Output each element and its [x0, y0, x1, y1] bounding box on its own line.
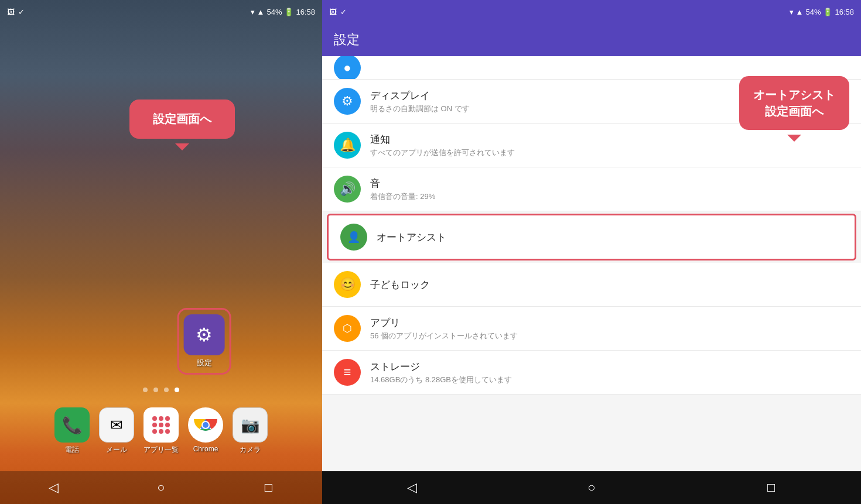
battery-icon: 🔋: [284, 8, 293, 16]
camera-label: カメラ: [240, 445, 261, 455]
time-left: 16:58: [296, 8, 315, 16]
mail-icon[interactable]: ✉: [99, 407, 134, 443]
storage-subtitle: 14.68GBのうち 8.28GBを使用しています: [370, 375, 512, 385]
settings-app-label: 設定: [197, 358, 212, 368]
settings-title: 設定: [334, 31, 360, 49]
child-lock-icon: 😊: [334, 271, 361, 298]
check-icon: ✓: [18, 8, 25, 16]
apps-title: アプリ: [370, 316, 518, 330]
dot-1: [143, 388, 148, 392]
settings-bubble-text: 設定画面へ: [153, 112, 211, 125]
auto-assist-bubble: オートアシスト 設定画面へ: [739, 76, 849, 130]
child-lock-title: 子どもロック: [370, 278, 430, 292]
battery-right: 54%: [805, 8, 821, 16]
settings-app-icon[interactable]: ⚙: [184, 314, 225, 355]
chrome-icon[interactable]: [188, 407, 223, 443]
apps-icon[interactable]: [144, 407, 179, 443]
dock-phone[interactable]: 📞 電話: [54, 407, 90, 455]
image-icon: 🖼: [7, 8, 15, 16]
recents-button-left[interactable]: □: [255, 475, 281, 500]
signal-icon-right: ▲: [796, 8, 804, 16]
left-status-right: ▾ ▲ 54% 🔋 16:58: [251, 8, 315, 16]
phone-label: 電話: [65, 445, 79, 455]
apps-subtitle: 56 個のアプリがインストールされています: [370, 331, 518, 341]
gear-icon: ⚙: [196, 324, 213, 346]
display-text: ディスプレイ 明るさの自動調節は ON です: [370, 89, 470, 114]
bubble-line2: 設定画面へ: [765, 105, 824, 118]
dot-4: [175, 388, 179, 392]
storage-title: ストレージ: [370, 360, 512, 373]
display-subtitle: 明るさの自動調節は ON です: [370, 104, 470, 114]
sound-title: 音: [370, 177, 435, 190]
right-phone: 🖼 ✓ ▾ ▲ 54% 🔋 16:58 設定 オートアシスト 設定画面へ ● ⚙: [322, 0, 861, 504]
auto-assist-title: オートアシスト: [377, 231, 446, 244]
settings-app-highlight[interactable]: ⚙ 設定: [177, 308, 231, 375]
settings-item-notification[interactable]: 🔔 通知 すべてのアプリが送信を許可されています: [322, 124, 861, 167]
dock-camera[interactable]: 📷 カメラ: [233, 407, 268, 455]
dock-mail[interactable]: ✉ メール: [99, 407, 134, 455]
display-title: ディスプレイ: [370, 89, 470, 102]
settings-item-child-lock[interactable]: 😊 子どもロック: [322, 263, 861, 307]
home-button-left[interactable]: ○: [148, 475, 174, 500]
check-icon-right: ✓: [340, 8, 347, 16]
bubble-line1: オートアシスト: [753, 88, 835, 101]
page-dots: [143, 388, 179, 392]
notification-title: 通知: [370, 133, 515, 146]
display-icon: ⚙: [334, 88, 361, 115]
dock-chrome[interactable]: Chrome: [188, 407, 223, 455]
wifi-icon: ▾: [251, 8, 255, 16]
camera-icon[interactable]: 📷: [233, 407, 268, 443]
notification-text: 通知 すべてのアプリが送信を許可されています: [370, 133, 515, 158]
dock: 📞 電話 ✉ メール アプリ一覧: [43, 402, 279, 461]
battery-percent: 54%: [266, 8, 282, 16]
right-status-icons: 🖼 ✓: [329, 8, 347, 16]
auto-assist-icon: 👤: [340, 224, 367, 251]
grid-dots: [152, 416, 170, 434]
back-button-right[interactable]: ◁: [399, 475, 425, 500]
home-button-right[interactable]: ○: [579, 475, 604, 500]
dot-3: [164, 388, 169, 392]
left-status-icons: 🖼 ✓: [7, 8, 25, 16]
settings-header: 設定: [322, 23, 861, 56]
left-phone: 🖼 ✓ ▾ ▲ 54% 🔋 16:58 設定画面へ ⚙ 設定: [0, 0, 322, 504]
left-nav-bar: ◁ ○ □: [0, 471, 322, 504]
recents-button-right[interactable]: □: [758, 475, 784, 500]
child-lock-text: 子どもロック: [370, 278, 430, 292]
chrome-label: Chrome: [193, 445, 218, 453]
left-status-bar: 🖼 ✓ ▾ ▲ 54% 🔋 16:58: [0, 0, 322, 23]
wifi-icon-right: ▾: [790, 8, 794, 16]
time-right: 16:58: [835, 8, 854, 16]
image-icon-right: 🖼: [329, 8, 337, 16]
svg-point-3: [203, 422, 209, 428]
apps-label: アプリ一覧: [144, 445, 179, 455]
right-nav-bar: ◁ ○ □: [322, 471, 861, 504]
partial-icon: ●: [334, 56, 361, 80]
apps-settings-icon: ⬡: [334, 315, 361, 342]
notification-subtitle: すべてのアプリが送信を許可されています: [370, 148, 515, 158]
right-status-bar: 🖼 ✓ ▾ ▲ 54% 🔋 16:58: [322, 0, 861, 23]
auto-assist-text: オートアシスト: [377, 231, 446, 244]
back-button-left[interactable]: ◁: [41, 475, 67, 500]
settings-item-storage[interactable]: ≡ ストレージ 14.68GBのうち 8.28GBを使用しています: [322, 351, 861, 395]
settings-item-apps[interactable]: ⬡ アプリ 56 個のアプリがインストールされています: [322, 307, 861, 351]
home-content: 設定画面へ ⚙ 設定 📞 電話 ✉ メール: [0, 23, 322, 471]
apps-text: アプリ 56 個のアプリがインストールされています: [370, 316, 518, 341]
right-status-right: ▾ ▲ 54% 🔋 16:58: [790, 8, 854, 16]
settings-bubble: 設定画面へ: [129, 100, 235, 139]
settings-item-auto-assist[interactable]: 👤 オートアシスト: [327, 214, 856, 260]
dot-2: [153, 388, 158, 392]
sound-icon: 🔊: [334, 176, 361, 203]
phone-icon[interactable]: 📞: [54, 407, 90, 443]
battery-icon-right: 🔋: [823, 8, 832, 16]
sound-subtitle: 着信音の音量: 29%: [370, 191, 435, 202]
storage-icon: ≡: [334, 359, 361, 386]
storage-text: ストレージ 14.68GBのうち 8.28GBを使用しています: [370, 360, 512, 385]
sound-text: 音 着信音の音量: 29%: [370, 177, 435, 202]
signal-icon: ▲: [257, 8, 265, 16]
mail-label: メール: [106, 445, 127, 455]
notification-icon: 🔔: [334, 132, 361, 159]
settings-item-sound[interactable]: 🔊 音 着信音の音量: 29%: [322, 167, 861, 211]
dock-apps[interactable]: アプリ一覧: [144, 407, 179, 455]
